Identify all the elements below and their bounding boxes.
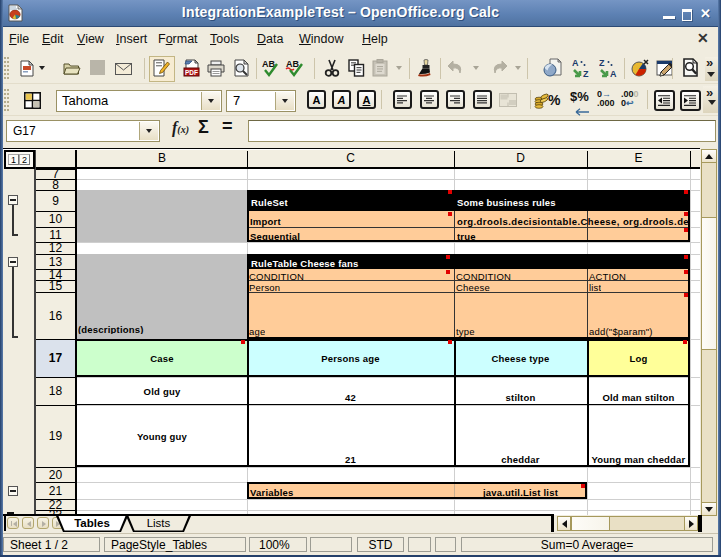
svg-text:A: A — [572, 58, 579, 68]
svg-text:PDF: PDF — [185, 69, 198, 76]
svg-text:Z: Z — [583, 69, 589, 78]
svg-text:Z: Z — [599, 58, 605, 68]
svg-text:A: A — [610, 69, 617, 78]
